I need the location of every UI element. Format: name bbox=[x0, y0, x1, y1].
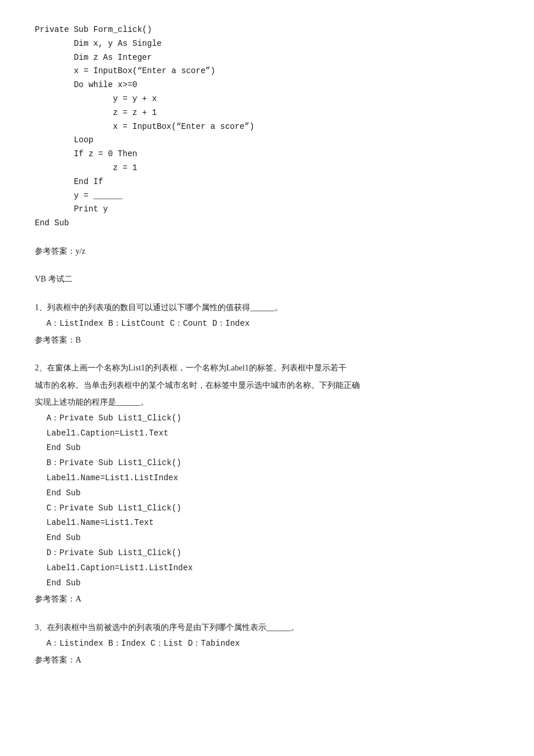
question-2-answer: 参考答案：A bbox=[35, 592, 499, 606]
question-2-text2: 城市的名称。当单击列表框中的某个城市名时，在标签中显示选中城市的名称。下列能正确 bbox=[35, 378, 499, 393]
question-3-answer: 参考答案：A bbox=[35, 653, 499, 667]
q2-optB-label: B：Private Sub List1_Click() bbox=[46, 456, 499, 470]
ref-answer-1: 参考答案：y/z bbox=[35, 244, 499, 258]
question-1-answer: 参考答案：B bbox=[35, 333, 499, 347]
question-1-text: 1、列表框中的列表项的数目可以通过以下哪个属性的值获得______。 bbox=[35, 300, 499, 315]
q2-optD-end: End Sub bbox=[46, 577, 499, 591]
q2-optD-label: D：Private Sub List1_Click() bbox=[46, 546, 499, 560]
q2-optA-label: A：Private Sub List1_Click() bbox=[46, 412, 499, 426]
q2-optC-label: C：Private Sub List1_Click() bbox=[46, 502, 499, 516]
question-3-text: 3、在列表框中当前被选中的列表项的序号是由下列哪个属性表示______。 bbox=[35, 620, 499, 635]
question-2-section: 2、在窗体上画一个名称为List1的列表框，一个名称为Label1的标签。列表框… bbox=[35, 361, 499, 606]
question-1-options: A：ListIndex B：ListCount C：Count D：Index bbox=[46, 317, 499, 331]
question-3-section: 3、在列表框中当前被选中的列表项的序号是由下列哪个属性表示______。 A：L… bbox=[35, 620, 499, 667]
question-2-text1: 2、在窗体上画一个名称为List1的列表框，一个名称为Label1的标签。列表框… bbox=[35, 361, 499, 375]
question-3-options: A：Listindex B：Index C：List D：Tabindex bbox=[46, 637, 499, 651]
code-section: Private Sub Form_click() Dim x, y As Sin… bbox=[35, 23, 499, 231]
q2-optB-end: End Sub bbox=[46, 487, 499, 501]
question-2-text3: 实现上述功能的程序是______。 bbox=[35, 395, 499, 409]
section2-title: VB 考试二 bbox=[35, 272, 499, 286]
code-content: Private Sub Form_click() Dim x, y As Sin… bbox=[35, 23, 499, 231]
question-1-section: 1、列表框中的列表项的数目可以通过以下哪个属性的值获得______。 A：Lis… bbox=[35, 300, 499, 347]
q2-optC-end: End Sub bbox=[46, 531, 499, 545]
q2-optD-code1: Label1.Caption=List1.ListIndex bbox=[46, 561, 499, 575]
q2-optA-code1: Label1.Caption=List1.Text bbox=[46, 427, 499, 441]
section2-header: VB 考试二 bbox=[35, 272, 499, 286]
q2-optA-end: End Sub bbox=[46, 441, 499, 455]
ref-answer-1-section: 参考答案：y/z bbox=[35, 244, 499, 258]
q2-optC-code1: Label1.Name=List1.Text bbox=[46, 516, 499, 530]
q2-optB-code1: Label1.Name=List1.ListIndex bbox=[46, 471, 499, 485]
